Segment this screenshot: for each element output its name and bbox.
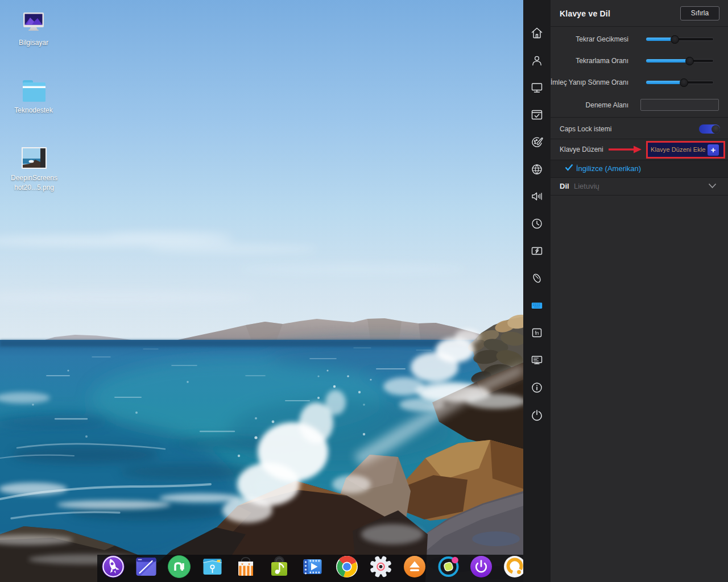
svg-text:fn: fn (535, 330, 539, 336)
